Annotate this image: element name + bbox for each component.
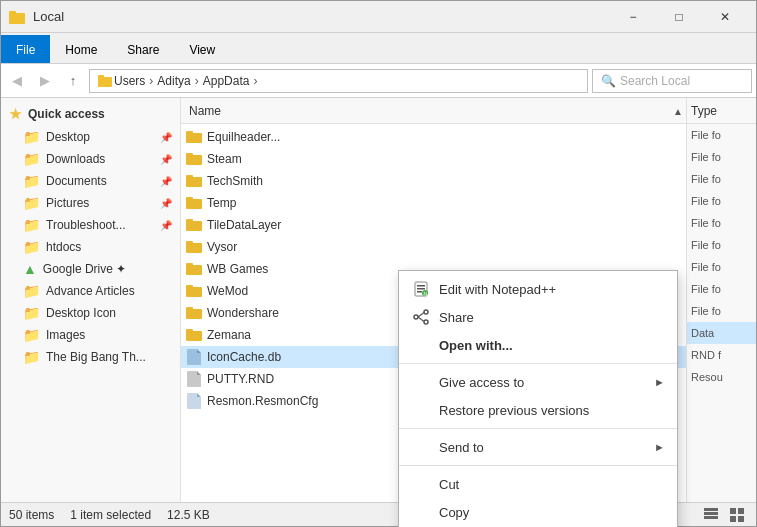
sidebar-item-downloads[interactable]: 📁 Downloads 📌	[1, 148, 180, 170]
folder-icon	[185, 260, 203, 278]
type-item: RND f	[687, 344, 756, 366]
pin-icon: 📌	[160, 220, 172, 231]
search-icon: 🔍	[601, 74, 616, 88]
ctx-edit-notepad[interactable]: N+ Edit with Notepad++	[399, 275, 677, 303]
tiles-view-button[interactable]	[726, 506, 748, 524]
folder-icon: 📁	[23, 173, 40, 189]
sidebar-item-label: Images	[46, 328, 85, 342]
file-explorer-window: Local − □ ✕ File Home Share View ◀ ▶ ↑ U…	[0, 0, 757, 527]
sidebar-item-documents[interactable]: 📁 Documents 📌	[1, 170, 180, 192]
svg-line-50	[418, 317, 424, 322]
folder-icon: 📁	[23, 129, 40, 145]
forward-button[interactable]: ▶	[33, 69, 57, 93]
col-name-header[interactable]: Name	[185, 104, 682, 118]
sidebar-item-htdocs[interactable]: 📁 htdocs	[1, 236, 180, 258]
folder-icon	[185, 282, 203, 300]
copy-icon	[411, 504, 431, 520]
address-bar: ◀ ▶ ↑ Users › Aditya › AppData › 🔍 Searc…	[1, 64, 756, 98]
maximize-button[interactable]: □	[656, 1, 702, 33]
folder-icon	[185, 128, 203, 146]
ctx-restore-versions[interactable]: Restore previous versions	[399, 396, 677, 424]
folder-icon	[185, 172, 203, 190]
quick-access-header[interactable]: ★ Quick access	[1, 102, 180, 126]
folder-icon: 📁	[23, 195, 40, 211]
path-folder-icon	[98, 74, 112, 88]
folder-icon: 📁	[23, 305, 40, 321]
svg-rect-13	[186, 219, 193, 223]
svg-rect-11	[186, 197, 193, 201]
sidebar-item-pictures[interactable]: 📁 Pictures 📌	[1, 192, 180, 214]
svg-marker-25	[197, 349, 201, 353]
close-button[interactable]: ✕	[702, 1, 748, 33]
ribbon-tabs: File Home Share View	[1, 33, 756, 63]
sidebar-item-advance[interactable]: 📁 Advance Articles	[1, 280, 180, 302]
ctx-open-with[interactable]: Open with...	[399, 331, 677, 359]
ctx-send-to[interactable]: Send to ►	[399, 433, 677, 461]
ctx-separator	[399, 363, 677, 364]
file-item-techsmith[interactable]: TechSmith	[181, 170, 686, 192]
file-item-vysor[interactable]: Vysor	[181, 236, 686, 258]
address-path[interactable]: Users › Aditya › AppData ›	[89, 69, 588, 93]
open-icon	[411, 337, 431, 353]
svg-rect-32	[197, 397, 201, 409]
svg-rect-33	[704, 508, 718, 511]
type-item: File fo	[687, 212, 756, 234]
folder-icon: 📁	[23, 217, 40, 233]
ctx-separator	[399, 428, 677, 429]
sidebar-item-googledrive[interactable]: ▲ Google Drive ✦	[1, 258, 180, 280]
type-item: File fo	[687, 146, 756, 168]
type-item: File fo	[687, 278, 756, 300]
type-item-selected: Data	[687, 322, 756, 344]
selected-info: 1 item selected	[70, 508, 151, 522]
tab-view[interactable]: View	[174, 35, 230, 63]
file-item-tiledatalayer[interactable]: TileDataLayer	[181, 214, 686, 236]
ctx-copy[interactable]: Copy	[399, 498, 677, 526]
ctx-cut[interactable]: Cut	[399, 470, 677, 498]
file-item-steam[interactable]: Steam	[181, 148, 686, 170]
tab-home[interactable]: Home	[50, 35, 112, 63]
svg-rect-30	[187, 393, 197, 409]
sidebar-item-desktopicon[interactable]: 📁 Desktop Icon	[1, 302, 180, 324]
folder-icon: 📁	[23, 349, 40, 365]
sidebar-item-bigbang[interactable]: 📁 The Big Bang Th...	[1, 346, 180, 368]
restore-icon	[411, 402, 431, 418]
svg-rect-42	[417, 288, 425, 290]
sidebar-item-desktop[interactable]: 📁 Desktop 📌	[1, 126, 180, 148]
type-item: Resou	[687, 366, 756, 388]
svg-rect-36	[730, 508, 736, 514]
sidebar-item-label: Pictures	[46, 196, 89, 210]
search-box[interactable]: 🔍 Search Local	[592, 69, 752, 93]
svg-rect-3	[98, 75, 104, 79]
ctx-label: Open with...	[439, 338, 513, 353]
sidebar-item-label: Troubleshoot...	[46, 218, 126, 232]
view-controls	[700, 506, 748, 524]
notepad-icon: N+	[411, 281, 431, 297]
sidebar-item-troubleshoot[interactable]: 📁 Troubleshoot... 📌	[1, 214, 180, 236]
up-button[interactable]: ↑	[61, 69, 85, 93]
folder-icon	[185, 194, 203, 212]
svg-rect-24	[187, 349, 197, 365]
minimize-button[interactable]: −	[610, 1, 656, 33]
path-users: Users	[114, 74, 145, 88]
right-panel-header: Type	[687, 98, 756, 124]
ctx-label: Share	[439, 310, 474, 325]
svg-rect-17	[186, 263, 193, 267]
details-view-button[interactable]	[700, 506, 722, 524]
file-item-equilheader[interactable]: Equilheader...	[181, 126, 686, 148]
sidebar-item-images[interactable]: 📁 Images	[1, 324, 180, 346]
ctx-give-access[interactable]: Give access to ►	[399, 368, 677, 396]
svg-rect-37	[738, 508, 744, 514]
tab-share[interactable]: Share	[112, 35, 174, 63]
scroll-up-arrow[interactable]: ▲	[670, 98, 686, 124]
sidebar-item-label: Downloads	[46, 152, 105, 166]
ctx-share[interactable]: Share	[399, 303, 677, 331]
svg-point-48	[414, 315, 418, 319]
file-item-temp[interactable]: Temp	[181, 192, 686, 214]
back-button[interactable]: ◀	[5, 69, 29, 93]
svg-rect-27	[187, 371, 197, 387]
tab-file[interactable]: File	[1, 35, 50, 63]
quick-access-label: Quick access	[28, 107, 105, 121]
file-db-icon	[185, 348, 203, 366]
file-cfg-icon	[185, 392, 203, 410]
file-name: Equilheader...	[207, 130, 682, 144]
